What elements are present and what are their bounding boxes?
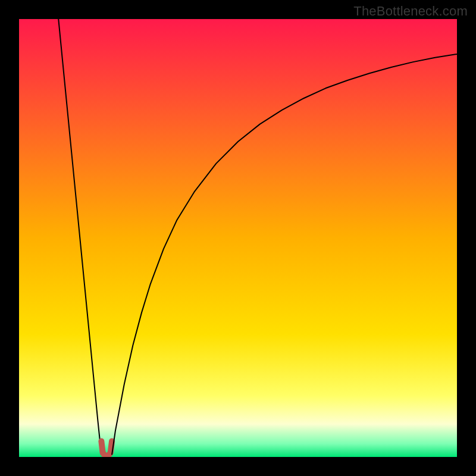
plot-background [19, 19, 457, 457]
source-watermark: TheBottleneck.com [353, 4, 468, 19]
bottleneck-curve-plot [19, 19, 457, 457]
chart-frame: TheBottleneck.com [0, 0, 476, 476]
